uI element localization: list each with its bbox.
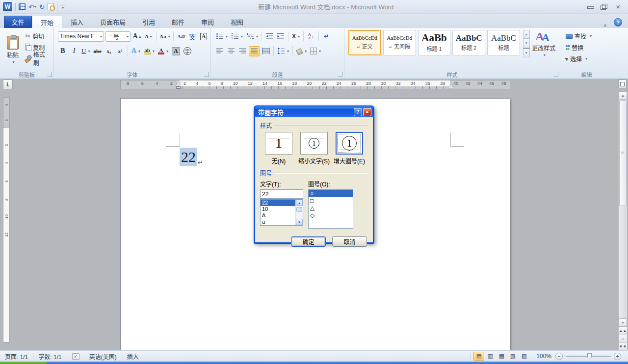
close-button[interactable]: ×: [614, 4, 622, 10]
text-list-scrollbar[interactable]: ▲ ▼: [295, 200, 303, 225]
numbering-dropdown-icon[interactable]: ▾: [241, 34, 243, 39]
style-option-shrink-text[interactable]: 1 缩小文字(S): [296, 132, 332, 165]
bold-button[interactable]: B: [58, 46, 68, 56]
phonetic-guide-button[interactable]: wén文: [187, 31, 197, 42]
print-preview-button[interactable]: [48, 3, 54, 10]
find-dropdown-icon[interactable]: ▾: [590, 34, 592, 38]
font-size-dropdown-icon[interactable]: ▾: [127, 34, 129, 39]
strikethrough-button[interactable]: abe: [92, 46, 103, 56]
scroll-up-button[interactable]: ▲: [619, 91, 627, 100]
change-case-button[interactable]: Aa▾: [159, 31, 171, 42]
paste-button[interactable]: 粘贴 ▾: [2, 30, 24, 70]
minimize-ribbon-icon[interactable]: ∧: [603, 23, 607, 28]
style-card-title[interactable]: AaBbC 标题: [487, 30, 520, 55]
previous-page-button[interactable]: ▲▲: [619, 327, 627, 335]
dialog-title-bar[interactable]: 带圈字符 ? ×: [255, 106, 373, 117]
tab-review[interactable]: 审阅: [193, 16, 222, 28]
styles-scroll-up-button[interactable]: ▲: [523, 30, 530, 39]
paste-dropdown-icon[interactable]: ▾: [13, 60, 15, 64]
zoom-level[interactable]: 100%: [532, 353, 555, 360]
style-card-no-spacing[interactable]: AaBbCcDd ↵ 无间隔: [383, 30, 416, 55]
zoom-out-button[interactable]: −: [555, 353, 563, 360]
hanging-indent-marker[interactable]: [176, 82, 181, 86]
redo-button[interactable]: ↻: [39, 3, 45, 11]
language-indicator[interactable]: 英语(美国): [84, 351, 122, 362]
circle-list-item-diamond[interactable]: ◇: [309, 212, 353, 219]
fullscreen-reading-view-button[interactable]: ▥: [485, 352, 496, 361]
find-button[interactable]: 查找▾: [564, 31, 593, 41]
spellcheck-status[interactable]: ✓: [67, 351, 84, 362]
text-effects-button[interactable]: A▾: [131, 46, 141, 56]
dialog-close-button[interactable]: ×: [363, 108, 371, 116]
style-shrink-preview[interactable]: 1: [300, 132, 328, 155]
styles-gallery-more-button[interactable]: ▼: [523, 48, 530, 57]
asian-layout-dropdown-icon[interactable]: ▾: [298, 34, 300, 39]
scroll-down-button[interactable]: ▼: [619, 318, 627, 327]
tab-stop-selector[interactable]: L: [3, 79, 13, 89]
text-list-item[interactable]: 10: [261, 206, 295, 212]
ruler-toggle-button[interactable]: [618, 79, 627, 88]
tab-mailings[interactable]: 邮件: [163, 16, 193, 28]
highlight-dropdown-icon[interactable]: ▾: [153, 49, 155, 53]
style-card-heading2[interactable]: AaBbC 标题 2: [452, 30, 485, 55]
bullets-button[interactable]: ▾: [215, 31, 229, 42]
dialog-help-button[interactable]: ?: [354, 108, 362, 116]
align-left-button[interactable]: [215, 46, 225, 56]
document-text-line[interactable]: 22 ↵: [180, 148, 203, 166]
numbering-button[interactable]: ▾: [230, 31, 244, 42]
text-list-item[interactable]: A: [261, 212, 295, 219]
restore-button[interactable]: [601, 4, 607, 10]
bullets-dropdown-icon[interactable]: ▾: [226, 34, 228, 39]
clipboard-dialog-launcher-icon[interactable]: [47, 72, 52, 77]
style-option-enlarge-circle[interactable]: 1 增大圈号(E): [332, 132, 367, 165]
help-button[interactable]: ?: [614, 18, 622, 26]
sort-button[interactable]: AZ↓: [306, 31, 316, 42]
font-name-dropdown-icon[interactable]: ▾: [100, 34, 102, 39]
borders-dropdown-icon[interactable]: ▾: [319, 49, 321, 53]
format-painter-button[interactable]: 格式刷: [24, 53, 52, 63]
justify-button[interactable]: [249, 46, 260, 56]
font-color-dropdown-icon[interactable]: ▾: [166, 49, 168, 53]
select-browse-object-button[interactable]: ○: [619, 335, 627, 342]
align-center-button[interactable]: [226, 46, 236, 56]
word-count[interactable]: 字数: 1/1: [33, 351, 66, 362]
minimize-button[interactable]: [587, 4, 594, 10]
list-scroll-down-icon[interactable]: ▼: [296, 219, 303, 225]
replace-button[interactable]: abac替换: [564, 43, 593, 52]
customize-qat-button[interactable]: —▾: [60, 4, 65, 10]
web-layout-view-button[interactable]: ▦: [496, 352, 507, 361]
asian-layout-button[interactable]: X▾: [291, 31, 301, 42]
next-page-button[interactable]: ▼▼: [619, 342, 627, 350]
text-listbox[interactable]: 22 10 A a ▲ ▼: [260, 199, 303, 226]
line-spacing-button[interactable]: ▾: [276, 46, 290, 56]
tab-page-layout[interactable]: 页面布局: [92, 16, 134, 28]
shrink-font-button[interactable]: A▼: [144, 31, 154, 42]
text-list-item[interactable]: a: [261, 219, 295, 225]
character-border-button[interactable]: A: [199, 31, 209, 42]
tab-file[interactable]: 文件: [4, 16, 32, 28]
text-input[interactable]: [260, 189, 303, 199]
draft-view-button[interactable]: ▨: [519, 352, 529, 361]
list-scroll-thumb[interactable]: [296, 207, 302, 212]
tab-references[interactable]: 引用: [134, 16, 163, 28]
select-button[interactable]: 选择▾: [564, 54, 593, 63]
select-dropdown-icon[interactable]: ▾: [585, 56, 587, 61]
tab-insert[interactable]: 插入: [62, 16, 92, 28]
circle-list-item-square[interactable]: □: [309, 197, 353, 205]
style-none-preview[interactable]: 1: [265, 132, 292, 155]
align-right-button[interactable]: [237, 46, 247, 56]
selected-text[interactable]: 22: [180, 148, 197, 166]
styles-dialog-launcher-icon[interactable]: [553, 72, 558, 77]
italic-button[interactable]: I: [69, 46, 79, 56]
borders-button[interactable]: ▾: [309, 46, 322, 56]
multilevel-dropdown-icon[interactable]: ▾: [256, 34, 258, 39]
enclose-characters-button[interactable]: 字: [183, 46, 192, 56]
style-option-none[interactable]: 1 无(N): [261, 132, 296, 165]
tab-view[interactable]: 视图: [222, 16, 252, 28]
shading-button[interactable]: ▾: [295, 46, 308, 56]
cut-button[interactable]: ✂剪切: [24, 31, 52, 41]
decrease-indent-button[interactable]: [264, 31, 274, 42]
list-scroll-up-icon[interactable]: ▲: [296, 200, 303, 206]
circle-list-item-circle[interactable]: ○: [309, 190, 353, 197]
underline-dropdown-icon[interactable]: ▾: [88, 49, 90, 53]
